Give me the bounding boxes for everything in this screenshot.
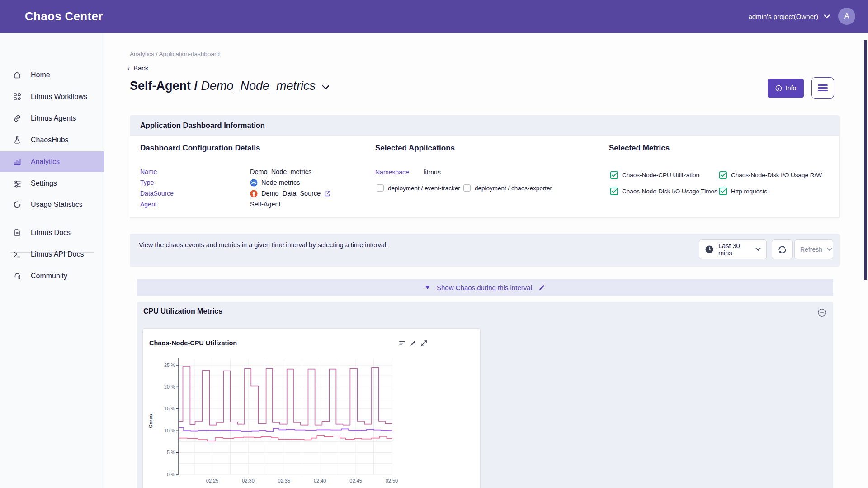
sidebar-item-label: Community [31,272,67,280]
checkbox-unchecked[interactable] [377,184,384,192]
config-value: Demo_Data_Source [261,190,321,197]
config-label: Name [140,168,250,175]
refresh-now-button[interactable] [772,239,793,259]
sidebar-item-home[interactable]: Home [0,65,104,85]
page-scrollbar[interactable] [864,40,867,280]
avatar[interactable]: A [838,8,855,25]
metric-checkbox-disk-io-times[interactable]: Chaos-Node-Disk I/O Usage Times [610,188,717,195]
checkbox-checked[interactable] [610,188,618,195]
cpu-metrics-panel-title: CPU Utilization Metrics [143,307,222,315]
options-menu-button[interactable] [811,77,834,99]
svg-text:02:50: 02:50 [386,478,398,483]
selected-applications-heading: Selected Applications [375,144,455,153]
info-button[interactable]: Info [768,79,804,98]
metric-checkbox-http-requests[interactable]: Http requests [719,188,767,195]
edit-pencil-icon[interactable] [538,284,545,291]
time-range-label: Last 30 mins [718,242,751,257]
namespace-row: Namespace litmus [375,168,441,176]
config-value: Self-Agent [250,201,281,208]
checkbox-checked[interactable] [719,188,727,195]
triangle-down-icon [425,286,430,289]
sidebar-item-label: Litmus Workflows [31,93,87,101]
breadcrumb-analytics[interactable]: Analytics [130,51,154,57]
back-button[interactable]: ‹ Back [127,64,148,72]
config-row-agent: Agent Self-Agent [140,199,366,210]
svg-text:5 %: 5 % [167,450,175,455]
svg-text:25 %: 25 % [164,362,175,368]
sidebar-item-label: Settings [31,179,57,188]
workflows-icon [13,92,22,101]
sidebar-item-litmus-api-docs[interactable]: Litmus API Docs [0,244,104,265]
time-range-selector[interactable]: Last 30 mins [699,239,767,259]
refresh-interval-selector[interactable]: Refresh [794,239,833,259]
time-interval-description: View the chaos events and metrics in a g… [139,240,392,250]
app-title: Chaos Center [25,9,103,23]
refresh-interval-label: Refresh [800,246,822,253]
sidebar-item-litmus-agents[interactable]: Litmus Agents [0,108,104,129]
sidebar-item-litmus-docs[interactable]: Litmus Docs [0,222,104,243]
checkbox-checked[interactable] [719,171,727,179]
metric-checkbox-disk-io-rw[interactable]: Chaos-Node-Disk I/O Usage R/W [719,171,822,179]
svg-text:02:35: 02:35 [278,478,291,483]
sidebar-item-label: ChaosHubs [31,136,69,144]
checkbox-label: deployment / chaos-exporter [475,185,552,192]
config-label: DataSource [140,190,250,197]
svg-text:0 %: 0 % [167,472,175,477]
sidebar-item-community[interactable]: Community [0,266,104,286]
config-row-datasource: DataSource Demo_Data_Source [140,188,366,199]
chart-title: Chaos-Node-CPU Utilization [149,339,237,347]
dashboard-name: Demo_Node_metrics [201,79,316,93]
checkbox-checked[interactable] [610,171,618,179]
node-metrics-icon [250,179,258,187]
chart-edit-icon[interactable] [410,340,416,347]
project-selector-label: admin's project(Owner) [748,13,818,20]
config-value: Node metrics [261,179,300,186]
sidebar-item-usage-statistics[interactable]: Usage Statistics [0,194,104,215]
hamburger-icon [818,83,828,93]
sidebar-item-settings[interactable]: Settings [0,173,104,194]
flask-icon [13,136,22,145]
sidebar-item-chaoshubs[interactable]: ChaosHubs [0,130,104,150]
info-icon [775,85,782,92]
dashboard-info-header: Application Dashboard Information [130,115,840,136]
usage-statistics-icon [13,200,22,209]
analytics-icon [13,157,22,166]
external-link-icon[interactable] [324,190,331,197]
sidebar-item-label: Usage Statistics [31,201,83,209]
svg-text:20 %: 20 % [164,384,175,389]
sidebar: Home Litmus Workflows Litmus Agents Chao… [0,33,104,488]
sidebar-item-analytics[interactable]: Analytics [0,151,104,172]
sidebar-item-litmus-workflows[interactable]: Litmus Workflows [0,86,104,107]
sidebar-item-label: Analytics [31,158,60,166]
page-title: Self-Agent / Demo_Node_metrics [130,79,316,93]
title-dropdown-chevron-icon[interactable] [322,85,330,90]
cpu-utilization-chart[interactable]: 0 %5 %10 %15 %20 %25 %02:2502:3002:3502:… [143,353,480,488]
svg-text:02:25: 02:25 [206,478,219,483]
chart-expand-icon[interactable] [420,340,427,347]
chevron-down-icon [824,14,830,19]
app-checkbox-chaos-exporter[interactable]: deployment / chaos-exporter [463,184,552,192]
chart-options-icon[interactable] [399,340,406,347]
terminal-icon [13,250,22,259]
main-content: Analytics / Application-dashboard ‹ Back… [104,33,868,488]
app-checkbox-event-tracker[interactable]: deployment / event-tracker [377,184,460,192]
config-value: Demo_Node_metrics [250,168,311,175]
prometheus-icon [250,190,258,197]
sidebar-item-label: Litmus Docs [31,229,71,237]
document-icon [13,228,22,237]
metric-checkbox-cpu-utilization[interactable]: Chaos-Node-CPU Utilization [610,171,699,179]
project-selector[interactable]: admin's project(Owner) [748,13,830,20]
checkbox-label: Chaos-Node-Disk I/O Usage R/W [731,172,822,178]
back-label: Back [133,64,148,72]
sidebar-item-label: Litmus API Docs [31,250,84,258]
collapse-panel-icon[interactable] [817,308,826,317]
breadcrumb: Analytics / Application-dashboard [130,51,220,57]
clock-icon [705,245,714,254]
app-root: Chaos Center admin's project(Owner) A Ho… [0,0,868,488]
breadcrumb-application-dashboard[interactable]: Application-dashboard [159,51,220,57]
chevron-left-icon: ‹ [127,64,130,72]
checkbox-label: Chaos-Node-Disk I/O Usage Times [622,188,717,195]
link-icon [13,114,22,123]
checkbox-unchecked[interactable] [463,184,471,192]
show-chaos-toggle[interactable]: Show Chaos during this interval [137,279,833,296]
